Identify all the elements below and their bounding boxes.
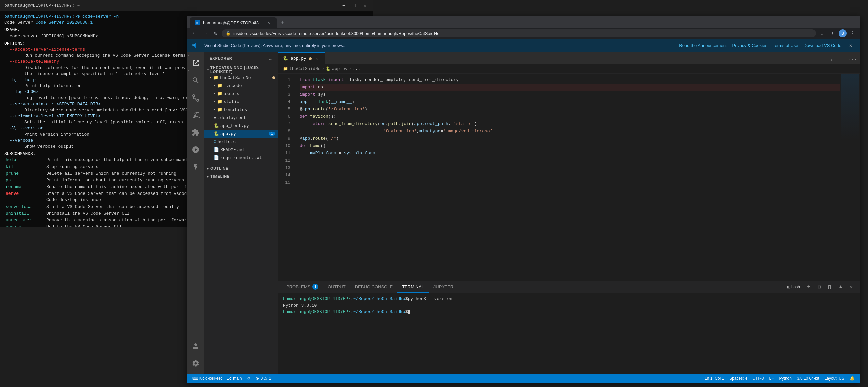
python-version-status-item[interactable]: 3.8.10 64-bit — [794, 374, 822, 383]
branch-status-item[interactable]: ⎇ main — [224, 374, 244, 383]
explorer-tree: ▾ THECATSAIDNO [LUCID-LORIKEET] ▾ 📁 theC… — [205, 64, 278, 374]
explorer-more-button[interactable]: … — [269, 55, 273, 61]
config-file-icon: ≡ — [214, 115, 216, 120]
terminal-cursor — [408, 309, 410, 314]
timeline-section[interactable]: ▸ TIMELINE — [205, 173, 278, 180]
privacy-cookies-link[interactable]: Privacy & Cookies — [732, 43, 767, 48]
output-tab[interactable]: OUTPUT — [323, 281, 350, 293]
terminal-tab-label: TERMINAL — [402, 284, 424, 289]
code-line-12: @app.route("/") — [300, 135, 840, 143]
add-terminal-button[interactable]: + — [804, 282, 813, 292]
tree-item-assets[interactable]: ▸ 📁 assets — [205, 90, 278, 98]
maximize-button[interactable]: □ — [350, 2, 359, 10]
terminal-titlebar: bamurtaugh@DESKTOP-4I37HP7: ~ − □ ✕ — [0, 0, 373, 11]
more-actions-button[interactable]: ··· — [848, 55, 857, 64]
chevron-right-icon: ▸ — [214, 108, 216, 112]
run-button[interactable]: ▷ — [827, 55, 836, 64]
search-activity-icon[interactable] — [188, 72, 204, 88]
remote-status-item[interactable]: ⌨ lucid-lorikeet — [190, 374, 224, 383]
back-button[interactable]: ← — [190, 29, 199, 38]
workspace-chevron-icon: ▾ — [207, 68, 209, 72]
tree-item-app-test[interactable]: 🐍 app_test.py — [205, 122, 278, 130]
bookmark-button[interactable]: ☆ — [817, 29, 827, 38]
accounts-activity-icon[interactable] — [188, 338, 204, 354]
vscode-main: EXPLORER … ▾ THECATSAIDNO [LUCID-LORIKEE… — [187, 52, 860, 374]
run-debug-activity-icon[interactable] — [188, 107, 204, 123]
address-bar[interactable]: 🔒 insiders.vscode.dev/+ms-vscode-remote-… — [222, 29, 816, 37]
layout-status-item[interactable]: Layout: US — [822, 374, 847, 383]
remote-explorer-activity-icon[interactable] — [188, 142, 204, 158]
tree-item-readme[interactable]: 📄 README.md — [205, 146, 278, 154]
root-folder[interactable]: ▾ 📁 theCatSaidNo — [205, 74, 278, 82]
browser-tab[interactable]: C bamurtaugh@DESKTOP-4I37HP7: ~ ✕ — [190, 17, 277, 28]
tree-item-templates[interactable]: ▸ 📁 templates — [205, 106, 278, 114]
maximize-panel-button[interactable]: ▲ — [836, 282, 845, 292]
tree-item-vscode[interactable]: ▸ 📁 .vscode — [205, 82, 278, 90]
download-button[interactable]: ⬇ — [828, 29, 837, 38]
split-editor-button[interactable]: ⊟ — [837, 55, 847, 64]
terminal-tab[interactable]: TERMINAL — [398, 281, 429, 293]
tab-close-icon[interactable]: ✕ — [314, 56, 320, 61]
notification-close-button[interactable]: ✕ — [847, 42, 855, 50]
terminal-title-text: bamurtaugh@DESKTOP-4I37HP7: ~ — [4, 3, 337, 8]
line-numbers: 1 2 3 4 5 6 7 8 9 10 11 12 13 14 — [278, 74, 294, 280]
chevron-right-icon: ▸ — [214, 92, 216, 96]
notifications-status-item[interactable]: 🔔 — [847, 374, 857, 383]
code-editor[interactable]: 1 2 3 4 5 6 7 8 9 10 11 12 13 14 — [278, 74, 860, 280]
sync-icon: ↻ — [247, 376, 250, 381]
root-chevron-icon: ▾ — [210, 76, 212, 80]
tree-item-app-py[interactable]: 🐍 app.py 1 — [205, 130, 278, 138]
trash-terminal-button[interactable]: 🗑 — [825, 282, 835, 292]
md-file-icon: 📄 — [214, 147, 219, 152]
status-bar: ⌨ lucid-lorikeet ⎇ main ↻ ⊗ 0 ⚠ 1 Ln 1, … — [187, 374, 860, 383]
errors-status-item[interactable]: ⊗ 0 ⚠ 1 — [253, 374, 274, 383]
tree-item-requirements[interactable]: 📄 requirements.txt — [205, 154, 278, 162]
jupyter-tab[interactable]: JUPYTER — [429, 281, 458, 293]
terms-of-use-link[interactable]: Terms of Use — [773, 43, 798, 48]
workspace-root[interactable]: ▾ THECATSAIDNO [LUCID-LORIKEET] — [205, 66, 278, 74]
code-line-13: def home(): — [300, 143, 840, 150]
language-status-item[interactable]: Python — [777, 374, 794, 383]
split-terminal-button[interactable]: ⊟ — [815, 282, 824, 292]
tree-item-deployment[interactable]: ≡ .deployment — [205, 114, 278, 122]
source-control-activity-icon[interactable] — [188, 90, 204, 106]
terminal-output-line: Python 3.8.10 — [283, 302, 855, 309]
extensions-activity-icon[interactable] — [188, 124, 204, 141]
close-panel-button[interactable]: ✕ — [847, 282, 856, 292]
explorer-activity-icon[interactable] — [188, 55, 204, 71]
tree-item-hello-c[interactable]: C hello.c — [205, 138, 278, 146]
bell-icon: 🔔 — [850, 376, 855, 381]
encoding-status-item[interactable]: UTF-8 — [750, 374, 767, 383]
download-vscode-link[interactable]: Download VS Code — [804, 43, 841, 48]
spaces-status-item[interactable]: Spaces: 4 — [726, 374, 750, 383]
breadcrumb-file[interactable]: 🐍 app.py — [326, 66, 348, 71]
sync-status-item[interactable]: ↻ — [244, 374, 253, 383]
close-button[interactable]: ✕ — [361, 2, 369, 10]
menu-button[interactable]: ⋮ — [848, 29, 857, 38]
read-announcement-link[interactable]: Read the Announcement — [679, 43, 726, 48]
minimap[interactable] — [840, 74, 860, 280]
code-content[interactable]: from flask import Flask, render_template… — [294, 74, 840, 280]
outline-section[interactable]: ▸ OUTLINE — [205, 165, 278, 173]
position-status-item[interactable]: Ln 1, Col 1 — [702, 374, 726, 383]
new-tab-button[interactable]: + — [277, 17, 288, 28]
breadcrumb-root[interactable]: 📁 theCatSaidNo — [283, 66, 321, 71]
spaces-text: Spaces: 4 — [729, 376, 747, 381]
panel-body[interactable]: bamurtaugh@DESKTOP-4I37HP7:~/Repos/theCa… — [278, 293, 860, 374]
profile-button[interactable]: B — [839, 29, 847, 37]
breadcrumb-symbol[interactable]: ... — [353, 66, 361, 71]
problems-tab[interactable]: PROBLEMS 1 — [282, 281, 323, 293]
tab-close-btn[interactable]: ✕ — [266, 20, 272, 26]
outline-chevron-icon: ▸ — [207, 167, 209, 171]
tree-item-static[interactable]: ▸ 📁 static — [205, 98, 278, 106]
testing-activity-icon[interactable] — [188, 159, 204, 175]
minimize-button[interactable]: − — [340, 2, 348, 10]
line-ending-status-item[interactable]: LF — [767, 374, 777, 383]
code-line-7: @app.route('/favicon.ico') — [300, 106, 840, 113]
settings-activity-icon[interactable] — [188, 355, 204, 371]
debug-console-tab[interactable]: DEBUG CONSOLE — [350, 281, 398, 293]
editor-tab-app-py[interactable]: 🐍 app.py ✕ — [278, 52, 326, 64]
refresh-button[interactable]: ↻ — [211, 29, 220, 38]
jupyter-tab-label: JUPYTER — [434, 284, 453, 289]
forward-button[interactable]: → — [200, 29, 210, 38]
